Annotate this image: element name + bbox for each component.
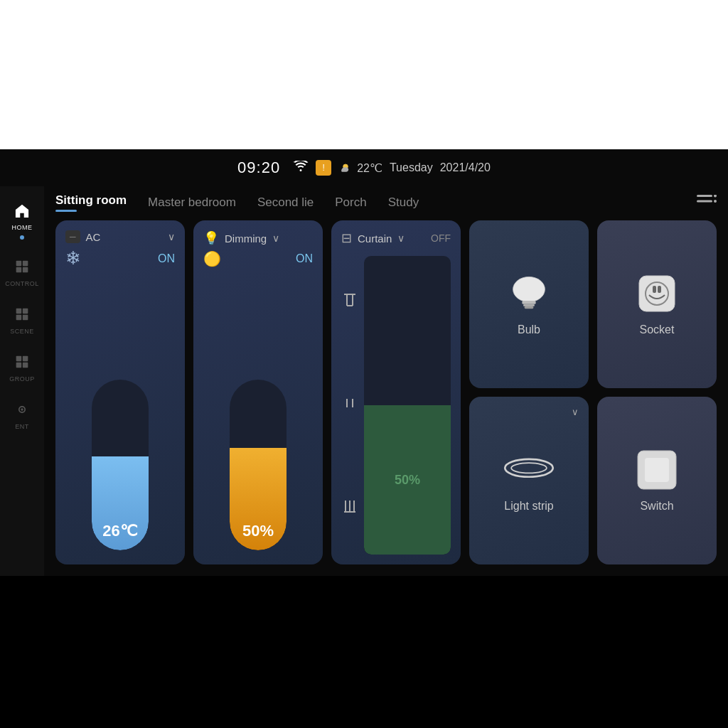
ac-card[interactable]: ─ AC ∨ ❄ ON 26℃ xyxy=(55,220,185,564)
svg-rect-15 xyxy=(697,195,712,197)
room-menu-button[interactable] xyxy=(697,195,717,211)
switch-title: Switch xyxy=(640,500,673,513)
curtain-pause-btn[interactable] xyxy=(341,395,358,416)
bottom-area xyxy=(0,576,728,728)
bulb-title: Bulb xyxy=(518,323,540,336)
curtain-fill: 50% xyxy=(364,405,451,555)
wifi-icon xyxy=(293,161,309,176)
tab-porch[interactable]: Porch xyxy=(335,196,366,210)
ac-card-header: ─ AC ∨ xyxy=(65,230,175,243)
svg-point-18 xyxy=(714,200,717,203)
svg-rect-35 xyxy=(653,286,656,293)
devices-grid: ─ AC ∨ ❄ ON 26℃ xyxy=(55,220,717,564)
scene-icon xyxy=(15,307,29,325)
svg-point-29 xyxy=(513,277,545,301)
group-icon xyxy=(15,355,29,373)
content-area: HOME CONTROL xyxy=(0,186,728,576)
weather-temp: 22℃ xyxy=(357,161,382,175)
ac-slider[interactable]: 26℃ xyxy=(65,275,175,555)
alert-icon: ! xyxy=(316,160,331,176)
svg-rect-7 xyxy=(16,315,22,321)
bulb-card[interactable]: Bulb xyxy=(469,220,589,388)
socket-title: Socket xyxy=(640,323,675,336)
dimming-slider[interactable]: 50% xyxy=(203,273,313,555)
sidebar-item-home[interactable]: HOME xyxy=(0,193,44,250)
control-icon xyxy=(15,259,29,277)
svg-rect-30 xyxy=(522,301,535,304)
lightstrip-dropdown-icon[interactable]: ∨ xyxy=(572,407,579,417)
ent-icon xyxy=(15,402,29,420)
svg-rect-5 xyxy=(16,309,22,314)
svg-point-37 xyxy=(505,459,553,477)
sidebar-control-label: CONTROL xyxy=(5,280,39,287)
dimming-title: Dimming xyxy=(225,232,267,245)
ac-title: AC xyxy=(86,231,101,243)
svg-rect-6 xyxy=(23,309,28,314)
sidebar-item-scene[interactable]: SCENE xyxy=(0,297,44,345)
svg-rect-36 xyxy=(658,286,661,293)
lightstrip-card[interactable]: ∨ Light strip xyxy=(469,397,589,564)
tab-sitting-room-label: Sitting room xyxy=(55,193,127,208)
svg-point-17 xyxy=(714,195,717,198)
dimming-card[interactable]: 💡 Dimming ∨ 🟡 ON 50% xyxy=(193,220,323,564)
svg-rect-12 xyxy=(23,363,28,368)
curtain-status-label: OFF xyxy=(431,232,451,244)
tab-sitting-room[interactable]: Sitting room xyxy=(55,193,127,212)
curtain-card-header: ⊟ Curtain ∨ OFF xyxy=(341,230,451,246)
dimming-status-icon: 🟡 xyxy=(203,250,221,267)
curtain-down-btn[interactable] xyxy=(341,498,358,519)
status-icons: ! 22℃ Tuesday 2021/4/20 xyxy=(293,160,491,176)
curtain-controls xyxy=(341,256,358,555)
ac-type-badge: ─ xyxy=(65,230,80,243)
lightstrip-title: Light strip xyxy=(504,500,553,513)
svg-rect-40 xyxy=(645,458,669,482)
switch-card[interactable]: Switch xyxy=(597,397,717,564)
svg-rect-33 xyxy=(639,276,675,311)
dimming-slider-track: 50% xyxy=(230,380,287,550)
dimming-slider-fill: 50% xyxy=(230,448,287,550)
sidebar-item-group[interactable]: GROUP xyxy=(0,345,44,392)
weather-info: 22℃ xyxy=(338,161,382,175)
tab-master-bedroom[interactable]: Master bedroom xyxy=(148,196,236,210)
dimming-percent-value: 50% xyxy=(242,522,274,540)
sidebar-item-ent[interactable]: ENT xyxy=(0,392,44,440)
ac-slider-track: 26℃ xyxy=(92,380,149,550)
dimming-status-row: 🟡 ON xyxy=(203,250,313,267)
sidebar-scene-label: SCENE xyxy=(10,328,34,335)
svg-rect-3 xyxy=(16,267,22,273)
svg-rect-10 xyxy=(23,356,28,362)
main-app-area: 09:20 ! 22℃ Tuesday 2021/4/20 xyxy=(0,149,728,576)
sidebar: HOME CONTROL xyxy=(0,186,44,576)
svg-rect-1 xyxy=(16,261,22,267)
sidebar-item-control[interactable]: CONTROL xyxy=(0,250,44,297)
curtain-card[interactable]: ⊟ Curtain ∨ OFF xyxy=(331,220,461,564)
tab-second-lie[interactable]: Second lie xyxy=(257,196,314,210)
ac-status-row: ❄ ON xyxy=(65,247,175,269)
bulb-icon-container xyxy=(500,272,557,315)
sidebar-home-label: HOME xyxy=(12,224,33,231)
dimming-light-icon: 💡 xyxy=(203,230,219,246)
curtain-visual: 50% xyxy=(364,256,451,555)
svg-rect-4 xyxy=(23,267,28,273)
date-label: 2021/4/20 xyxy=(440,161,491,174)
day-label: Tuesday xyxy=(390,161,433,174)
curtain-title: Curtain xyxy=(358,232,392,245)
ac-dropdown-icon[interactable]: ∨ xyxy=(168,231,175,242)
svg-rect-9 xyxy=(16,356,22,362)
svg-rect-31 xyxy=(523,304,535,306)
home-icon xyxy=(14,203,30,221)
ac-temp-value: 26℃ xyxy=(102,522,137,540)
socket-card[interactable]: Socket xyxy=(597,220,717,388)
active-indicator xyxy=(20,235,24,240)
sidebar-ent-label: ENT xyxy=(15,423,29,430)
switch-icon-container xyxy=(628,449,685,491)
curtain-up-btn[interactable] xyxy=(341,291,358,313)
curtain-dropdown-icon[interactable]: ∨ xyxy=(397,232,405,244)
right-devices-grid: Bulb Socket xyxy=(469,220,717,564)
tab-study[interactable]: Study xyxy=(388,196,419,210)
svg-rect-2 xyxy=(23,261,28,267)
dimming-card-header: 💡 Dimming ∨ xyxy=(203,230,313,246)
svg-point-38 xyxy=(511,463,547,473)
dimming-dropdown-icon[interactable]: ∨ xyxy=(272,232,279,244)
ac-slider-fill: 26℃ xyxy=(92,456,149,550)
